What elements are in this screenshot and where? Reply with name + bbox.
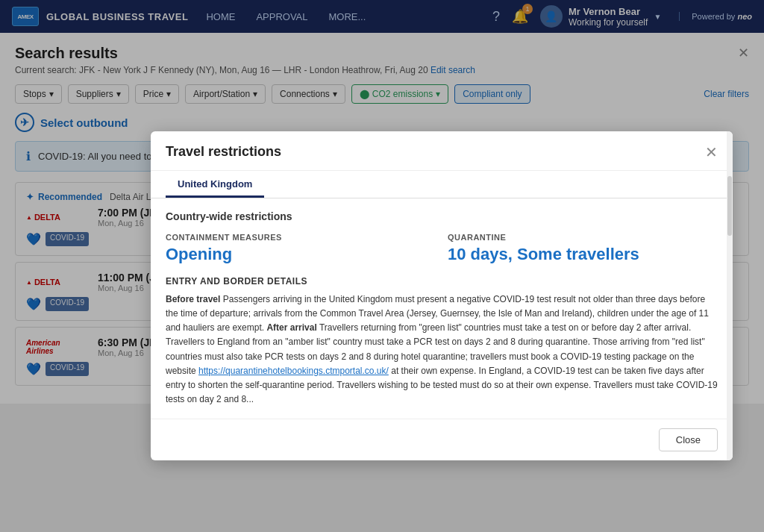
modal-body: Country-wide restrictions CONTAINMENT ME… [151,198,733,404]
travel-restrictions-modal: Travel restrictions ✕ United Kingdom Cou… [151,131,733,404]
section-title: Country-wide restrictions [166,210,718,222]
containment-measures: CONTAINMENT MEASURES Opening [166,233,436,264]
quarantine-value: 10 days, Some travellers [448,245,718,264]
quarantine-info: QUARANTINE 10 days, Some travellers [448,233,718,264]
after-arrival-label: After arrival [266,322,316,333]
before-travel-label: Before travel [166,294,220,304]
quarantine-link[interactable]: https://quarantinehotelbookings.ctmporta… [198,366,389,376]
modal-close-icon[interactable]: ✕ [705,143,718,161]
modal-title: Travel restrictions [166,144,281,160]
modal-scroll-thumb[interactable] [727,176,732,236]
tab-united-kingdom[interactable]: United Kingdom [166,171,264,198]
entry-border-title: ENTRY AND BORDER DETAILS [166,276,718,287]
measures-grid: CONTAINMENT MEASURES Opening QUARANTINE … [166,233,718,264]
entry-border-text: Before travel Passengers arriving in the… [166,292,718,404]
containment-value: Opening [166,245,436,264]
containment-label: CONTAINMENT MEASURES [166,233,436,242]
modal-header: Travel restrictions ✕ [151,131,733,171]
quarantine-label: QUARANTINE [448,233,718,242]
modal-overlay: Travel restrictions ✕ United Kingdom Cou… [0,0,764,404]
modal-tabs: United Kingdom [151,171,733,198]
modal-scrollbar[interactable] [727,131,733,404]
